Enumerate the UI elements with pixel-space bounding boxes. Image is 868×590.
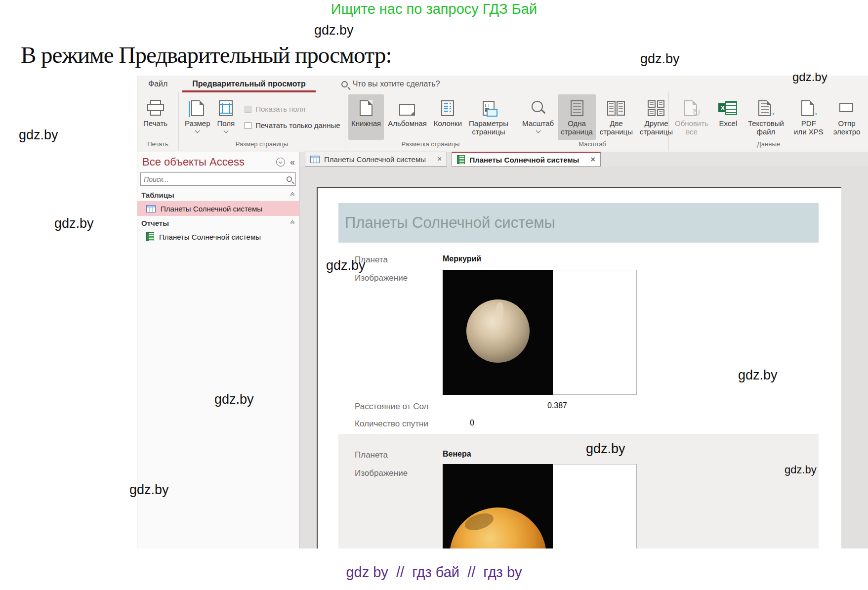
page-setup-button[interactable]: Параметры страницы bbox=[466, 94, 511, 140]
group-label-zoom: Масштаб bbox=[516, 140, 668, 151]
export-pdf-xps-button[interactable]: → PDF или XPS bbox=[791, 94, 827, 140]
watermark: gdz.by bbox=[326, 258, 366, 273]
page-setup-icon bbox=[483, 101, 495, 116]
print-button[interactable]: Печать bbox=[140, 94, 170, 140]
refresh-all-button[interactable]: ↻ Обновить все bbox=[672, 94, 711, 140]
field-value-planet: Меркурий bbox=[443, 254, 481, 263]
text-file-icon: → bbox=[758, 100, 773, 116]
collapse-pane-icon[interactable]: « bbox=[290, 157, 295, 168]
nav-item-report-planets[interactable]: Планеты Солнечной системы bbox=[137, 229, 299, 244]
watermark: gdz.by bbox=[792, 70, 827, 84]
table-icon bbox=[310, 156, 320, 163]
document-area: Планеты Солнечной системы × Планеты Солн… bbox=[299, 152, 868, 548]
tell-me-label: Что вы хотите сделать? bbox=[353, 80, 440, 88]
more-pages-label: Другие bbox=[644, 119, 668, 127]
nav-item-label: Планеты Солнечной системы bbox=[161, 205, 262, 213]
show-margins-label: Показать поля bbox=[255, 105, 305, 113]
field-label-image: Изображение bbox=[355, 273, 408, 283]
size-button[interactable]: Размер bbox=[182, 94, 213, 140]
close-icon[interactable]: × bbox=[590, 155, 595, 164]
excel-label: Excel bbox=[719, 119, 738, 127]
watermark: gdz.by bbox=[54, 216, 94, 231]
nav-menu-icon[interactable] bbox=[276, 158, 285, 167]
page-setup-label: Параметры bbox=[469, 119, 508, 127]
two-pages-button[interactable]: Две страницы bbox=[597, 94, 636, 140]
watermark: gdz.by bbox=[19, 127, 58, 143]
nav-group-reports[interactable]: Отчеты bbox=[137, 216, 299, 229]
venus-image bbox=[443, 464, 553, 548]
export-excel-button[interactable]: X Excel bbox=[715, 94, 741, 140]
margins-icon bbox=[219, 100, 233, 116]
more-pages-icon bbox=[648, 100, 664, 116]
doc-tab-label: Планеты Солнечной системы bbox=[469, 156, 579, 164]
export-text-file-button[interactable]: → Текстовый файл bbox=[745, 94, 787, 140]
report-header-band: Планеты Солнечной системы bbox=[338, 203, 819, 243]
email-button[interactable]: Отпр электро bbox=[830, 94, 864, 140]
excel-icon: X bbox=[718, 101, 738, 116]
field-value-planet: Венера bbox=[443, 450, 471, 459]
ribbon-group-page-layout: Книжная Альбомная Колонки Параметры стра… bbox=[345, 92, 516, 151]
field-value-moons: 0 bbox=[470, 419, 474, 427]
columns-label: Колонки bbox=[434, 119, 462, 127]
email-label2: электро bbox=[833, 127, 861, 136]
watermark: gdz.by bbox=[314, 23, 354, 38]
margins-button[interactable]: Поля bbox=[214, 94, 238, 140]
nav-search-box[interactable] bbox=[140, 172, 296, 186]
tab-print-preview[interactable]: Предварительный просмотр bbox=[179, 76, 318, 92]
columns-icon bbox=[441, 100, 454, 116]
magnifier-icon bbox=[532, 101, 544, 116]
pdf-label2: или XPS bbox=[794, 127, 824, 136]
doc-tab-table-planets[interactable]: Планеты Солнечной системы × bbox=[305, 152, 447, 167]
promo-banner: Ищите нас по запросу ГДЗ Бай bbox=[0, 1, 868, 17]
page-size-icon bbox=[191, 100, 204, 116]
print-data-only-checkbox[interactable]: Печатать только данные bbox=[245, 121, 340, 129]
planet-image-frame bbox=[443, 270, 637, 395]
field-value-distance: 0.387 bbox=[443, 401, 567, 410]
size-label: Размер bbox=[185, 119, 210, 127]
one-page-button[interactable]: Одна страница bbox=[558, 94, 596, 140]
chevron-down-icon bbox=[223, 128, 228, 133]
ribbon-group-print: Печать Печать bbox=[137, 92, 179, 151]
report-icon bbox=[457, 155, 465, 164]
group-label-page-layout: Разметка страницы bbox=[345, 140, 516, 151]
zoom-button[interactable]: Масштаб bbox=[519, 94, 557, 140]
watermark: gdz.by bbox=[129, 482, 169, 498]
field-label-planet: Планета bbox=[355, 450, 388, 460]
close-icon[interactable]: × bbox=[437, 155, 442, 164]
two-pages-label: Две bbox=[610, 119, 622, 127]
collapse-group-icon bbox=[291, 193, 294, 197]
page-title: В режиме Предварительный просмотр: bbox=[21, 42, 392, 68]
access-window: Файл Предварительный просмотр Что вы хот… bbox=[137, 76, 868, 548]
nav-search-input[interactable] bbox=[144, 175, 286, 183]
nav-pane-title: Все объекты Access bbox=[142, 156, 276, 169]
nav-item-label: Планеты Солнечной системы bbox=[159, 233, 261, 241]
tab-file[interactable]: Файл bbox=[137, 76, 179, 92]
refresh-all-label: Обновить bbox=[675, 119, 708, 127]
nav-pane-header: Все объекты Access « bbox=[137, 152, 299, 170]
ribbon-group-page-size: Размер Поля Показать поля Печатать тол bbox=[179, 92, 345, 151]
portrait-button[interactable]: Книжная bbox=[348, 94, 384, 140]
email-icon bbox=[839, 100, 854, 116]
window-content: Все объекты Access « Таблицы Планеты Сол… bbox=[137, 152, 868, 548]
text-file-label: Текстовый bbox=[748, 119, 784, 127]
landscape-page-icon bbox=[399, 104, 415, 116]
portrait-page-icon bbox=[360, 100, 372, 116]
watermark: gdz.by bbox=[214, 392, 254, 407]
one-page-label2: страница bbox=[561, 127, 593, 136]
landscape-label: Альбомная bbox=[388, 119, 427, 127]
pdf-label: PDF bbox=[801, 119, 816, 127]
doc-tab-report-planets[interactable]: Планеты Солнечной системы × bbox=[452, 152, 600, 167]
tell-me-search[interactable]: Что вы хотите сделать? bbox=[341, 80, 440, 88]
checkbox-icon bbox=[245, 106, 251, 113]
nav-item-table-planets[interactable]: Планеты Солнечной системы bbox=[137, 201, 299, 216]
venus-sphere bbox=[450, 507, 546, 548]
show-margins-checkbox[interactable]: Показать поля bbox=[245, 105, 340, 113]
columns-button[interactable]: Колонки bbox=[431, 94, 465, 140]
nav-group-tables[interactable]: Таблицы bbox=[137, 188, 299, 201]
ribbon-tab-bar: Файл Предварительный просмотр Что вы хот… bbox=[137, 76, 868, 92]
checkbox-icon bbox=[245, 122, 251, 129]
page-setup-label2: страницы bbox=[472, 127, 505, 136]
footer-text: gdz by // гдз бай // гдз by bbox=[0, 564, 868, 581]
print-preview-viewport[interactable]: Планеты Солнечной системы Планета Меркур… bbox=[299, 167, 868, 548]
landscape-button[interactable]: Альбомная bbox=[385, 94, 430, 140]
